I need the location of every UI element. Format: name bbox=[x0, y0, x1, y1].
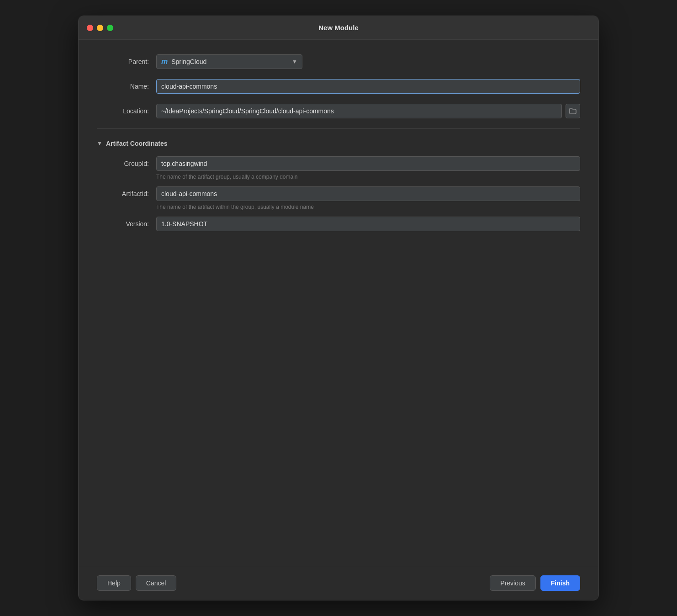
footer-right-buttons: Previous Finish bbox=[490, 575, 580, 591]
titlebar: New Module bbox=[79, 16, 598, 40]
close-button[interactable] bbox=[87, 25, 93, 31]
groupid-input[interactable] bbox=[156, 156, 580, 171]
divider bbox=[97, 128, 580, 129]
parent-row: Parent: m SpringCloud ▼ bbox=[97, 54, 580, 69]
maven-icon: m bbox=[161, 58, 168, 66]
window-title: New Module bbox=[318, 24, 359, 32]
artifactid-field-wrapper: The name of the artifact within the grou… bbox=[156, 186, 580, 210]
location-row: Location: bbox=[97, 104, 580, 118]
groupid-field-wrapper: The name of the artifact group, usually … bbox=[156, 156, 580, 180]
name-input[interactable] bbox=[156, 79, 580, 94]
parent-dropdown[interactable]: m SpringCloud ▼ bbox=[156, 54, 302, 69]
name-row: Name: bbox=[97, 79, 580, 94]
browse-folder-button[interactable] bbox=[566, 104, 580, 118]
dialog-window: New Module Parent: m SpringCloud ▼ Name:… bbox=[78, 16, 599, 600]
finish-button[interactable]: Finish bbox=[540, 575, 580, 591]
groupid-row: GroupId: The name of the artifact group,… bbox=[97, 156, 580, 180]
artifactid-label: ArtifactId: bbox=[97, 186, 156, 197]
version-field-wrapper bbox=[156, 217, 580, 231]
name-field-wrapper bbox=[156, 79, 580, 94]
version-input[interactable] bbox=[156, 217, 580, 231]
artifactid-hint: The name of the artifact within the grou… bbox=[156, 204, 580, 210]
form-content: Parent: m SpringCloud ▼ Name: Location: bbox=[79, 40, 598, 566]
minimize-button[interactable] bbox=[97, 25, 103, 31]
footer: Help Cancel Previous Finish bbox=[79, 566, 598, 600]
artifactid-input[interactable] bbox=[156, 186, 580, 201]
name-label: Name: bbox=[97, 83, 156, 90]
version-label: Version: bbox=[97, 217, 156, 228]
version-row: Version: bbox=[97, 217, 580, 231]
parent-dropdown-value: SpringCloud bbox=[171, 58, 206, 65]
parent-label: Parent: bbox=[97, 58, 156, 65]
groupid-hint: The name of the artifact group, usually … bbox=[156, 174, 580, 180]
artifact-section-header[interactable]: ▼ Artifact Coordinates bbox=[97, 140, 580, 147]
cancel-button[interactable]: Cancel bbox=[136, 575, 177, 591]
location-wrapper bbox=[156, 104, 580, 118]
section-title: Artifact Coordinates bbox=[106, 140, 168, 147]
previous-button[interactable]: Previous bbox=[490, 575, 535, 591]
section-content: GroupId: The name of the artifact group,… bbox=[97, 156, 580, 231]
maximize-button[interactable] bbox=[107, 25, 113, 31]
location-label: Location: bbox=[97, 107, 156, 115]
help-button[interactable]: Help bbox=[97, 575, 131, 591]
location-input[interactable] bbox=[156, 104, 562, 118]
artifactid-row: ArtifactId: The name of the artifact wit… bbox=[97, 186, 580, 210]
window-controls bbox=[87, 25, 113, 31]
chevron-down-icon: ▼ bbox=[292, 58, 297, 65]
footer-left-buttons: Help Cancel bbox=[97, 575, 176, 591]
parent-dropdown-wrapper: m SpringCloud ▼ bbox=[156, 54, 580, 69]
groupid-label: GroupId: bbox=[97, 156, 156, 167]
section-collapse-icon: ▼ bbox=[97, 140, 102, 147]
